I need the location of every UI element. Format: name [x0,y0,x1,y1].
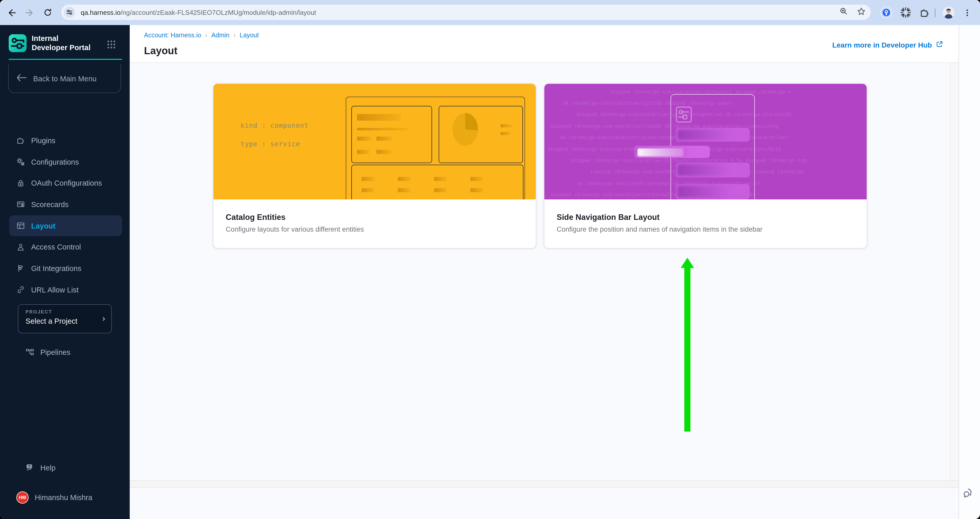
help-icon: ? [25,463,34,472]
code-line: type : service [240,140,300,147]
breadcrumb-admin[interactable]: Admin [212,32,229,39]
mock-logo-icon [675,106,692,125]
page-body: kind : component type : service [130,62,950,480]
pipelines-icon [25,348,34,357]
sidebar-item-configurations[interactable]: Configurations [9,151,122,172]
mock-pie-chart [452,113,478,145]
sidebar-nav: PluginsConfigurationsOAuth Configuration… [0,130,130,300]
idp-logo[interactable] [9,34,27,52]
sidebar-item-help[interactable]: ? Help [18,457,131,478]
external-link-icon [935,40,943,50]
browser-back-button[interactable] [5,6,18,19]
url-path: /ng/account/zEaak-FLS425IEO7OLzMUg/modul… [121,8,316,16]
layout-icon [16,221,25,230]
extensions-puzzle-icon[interactable] [919,0,930,25]
side-nav-illustration: skipped /drone/go-scm/scm/driver/bitbuck… [544,84,866,200]
page-header: Account: Harness.io › Admin › Layout Lay… [130,25,959,62]
project-selector[interactable]: PROJECT Select a Project › [18,304,112,334]
zoom-in-page-icon[interactable] [840,7,848,18]
sidebar-item-git-integrations[interactable]: Git Integrations [9,258,122,279]
scorecard-icon [16,200,25,209]
card-title: Side Navigation Bar Layout [557,213,854,222]
app-frame: Internal Developer Portal Back to Main M… [0,25,980,519]
sidebar-item-label: Access Control [31,243,81,251]
person-icon [16,243,25,252]
learn-more-link[interactable]: Learn more in Developer Hub [832,40,943,50]
url-bar[interactable]: qa.harness.io/ng/account/zEaak-FLS425IEO… [61,5,871,20]
learn-more-label: Learn more in Developer Hub [832,41,932,49]
breadcrumb: Account: Harness.io › Admin › Layout [144,32,259,39]
user-avatar: HM [16,491,29,504]
breadcrumb-separator-icon: › [234,32,236,39]
breadcrumb-layout[interactable]: Layout [240,32,259,39]
svg-text:?: ? [29,465,30,468]
back-arrow-icon [16,74,27,83]
sidebar-item-access-control[interactable]: Access Control [9,236,122,258]
catalog-entities-illustration: kind : component type : service [213,84,535,200]
puzzle-icon [16,136,25,145]
browser-menu-icon[interactable] [963,0,971,25]
sidebar-item-label: Git Integrations [31,264,81,273]
mock-nav-item [675,162,749,177]
url-text[interactable]: qa.harness.io/ng/account/zEaak-FLS425IEO… [81,5,316,20]
back-to-main-menu[interactable]: Back to Main Menu [8,64,121,93]
sidebar-item-label: Configurations [31,158,79,166]
sidebar-item-label: Plugins [31,137,56,145]
link-icon [16,285,25,294]
card-catalog-entities[interactable]: kind : component type : service [213,83,536,249]
product-title: Internal Developer Portal [32,34,95,52]
bookmark-star-icon[interactable] [857,7,865,18]
card-description: Configure the position and names of navi… [557,225,854,233]
mock-drag-highlight [637,148,683,156]
browser-toolbar: qa.harness.io/ng/account/zEaak-FLS425IEO… [0,0,980,26]
browser-profile-avatar[interactable] [942,0,955,25]
card-description: Configure layouts for various different … [226,225,523,233]
back-label: Back to Main Menu [33,74,97,83]
sidebar-item-scorecards[interactable]: Scorecards [9,194,122,215]
page-title: Layout [144,45,177,57]
browser-reload-button[interactable] [41,6,54,19]
chevron-right-icon: › [102,313,105,324]
sidebar-item-plugins[interactable]: Plugins [9,130,122,151]
browser-forward-button[interactable] [23,6,36,19]
lock-icon [16,179,25,187]
card-title: Catalog Entities [226,213,523,222]
sidebar: Internal Developer Portal Back to Main M… [0,25,130,519]
card-side-navigation-layout[interactable]: skipped /drone/go-scm/scm/driver/bitbuck… [544,83,867,249]
project-value: Select a Project [25,317,111,325]
user-name: Himanshu Mishra [35,493,92,501]
mock-nav-item [675,128,749,141]
code-line: kind : component [240,121,309,129]
below-scroll-area [130,487,959,519]
site-settings-icon[interactable] [64,6,75,18]
spinner-extension-icon[interactable] [900,0,912,25]
breadcrumb-separator-icon: › [205,32,207,39]
vertical-scrollbar[interactable] [950,62,959,480]
support-chat-icon[interactable] [963,487,975,500]
sidebar-item-label: OAuth Configurations [31,179,102,187]
sidebar-item-label: Pipelines [40,348,70,356]
screen: qa.harness.io/ng/account/zEaak-FLS425IEO… [0,0,980,519]
sidebar-item-label: Help [40,464,56,472]
sidebar-item-url-allow-list[interactable]: URL Allow List [9,279,122,300]
gears-icon [16,158,25,166]
url-host: qa.harness.io [81,8,121,16]
git-icon [16,264,25,273]
sidebar-item-label: URL Allow List [31,286,79,294]
password-manager-extension-icon[interactable] [880,0,892,25]
module-switcher-icon[interactable] [106,39,117,50]
sidebar-item-pipelines[interactable]: Pipelines [18,342,131,363]
sidebar-item-label: Scorecards [31,200,69,209]
breadcrumb-account[interactable]: Account: Harness.io [144,32,201,39]
sidebar-item-oauth-configurations[interactable]: OAuth Configurations [9,172,122,194]
horizontal-scrollbar[interactable] [130,480,959,487]
sidebar-user[interactable]: HM Himanshu Mishra [9,487,127,508]
browser-window: qa.harness.io/ng/account/zEaak-FLS425IEO… [0,0,980,519]
mock-nav-item [675,184,749,200]
mock-dashboard [346,96,525,200]
toolbar-separator [935,0,935,25]
brand-divider [9,59,122,60]
sidebar-item-label: Layout [31,222,56,230]
sidebar-item-layout[interactable]: Layout [9,215,122,236]
project-label: PROJECT [25,309,111,315]
